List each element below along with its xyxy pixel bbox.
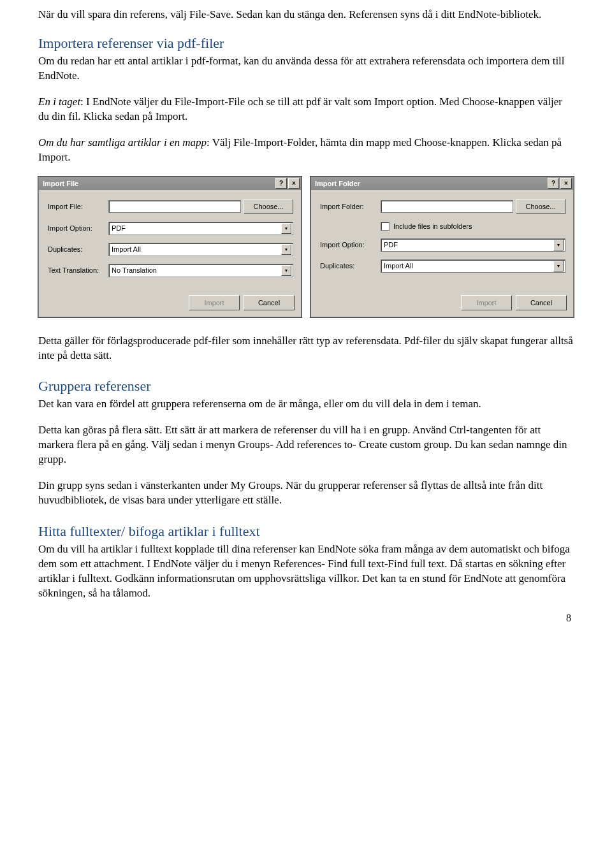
- import-folder-option-dropdown[interactable]: PDF ▾: [381, 238, 565, 252]
- import-file-titlebar: Import File ? ×: [39, 177, 301, 190]
- p4-emphasis: Om du har samtliga artiklar i en mapp: [38, 136, 207, 148]
- paragraph-p3: En i taget: I EndNote väljer du File-Imp…: [38, 95, 574, 124]
- p3-emphasis: En i taget: [38, 96, 80, 108]
- import-file-title: Import File: [43, 180, 274, 187]
- p3-rest: : I EndNote väljer du File-Import-File o…: [38, 96, 562, 122]
- choose-file-button[interactable]: Choose...: [244, 199, 293, 214]
- import-file-label-trans: Text Translation:: [48, 266, 108, 274]
- import-file-cancel-button[interactable]: Cancel: [244, 295, 295, 310]
- help-button[interactable]: ?: [275, 178, 287, 189]
- import-file-dup-dropdown[interactable]: Import All ▾: [108, 243, 293, 256]
- import-folder-title: Import Folder: [315, 180, 546, 187]
- chevron-down-icon: ▾: [553, 240, 564, 250]
- chevron-down-icon: ▾: [281, 223, 291, 234]
- import-file-option-value: PDF: [112, 224, 281, 232]
- import-file-option-dropdown[interactable]: PDF ▾: [108, 222, 293, 235]
- import-file-dialog: Import File ? × Import File: Choose... I…: [38, 177, 302, 317]
- import-file-input[interactable]: [108, 200, 241, 213]
- import-file-label-option: Import Option:: [48, 224, 108, 232]
- import-file-label-file: Import File:: [48, 203, 108, 210]
- import-folder-option-value: PDF: [384, 241, 553, 249]
- heading-import-pdf: Importera referenser via pdf-filer: [38, 35, 574, 52]
- paragraph-p8: Din grupp syns sedan i vänsterkanten und…: [38, 479, 574, 508]
- heading-gruppera: Gruppera referenser: [38, 378, 574, 394]
- import-file-button-row: Import Cancel: [39, 291, 301, 317]
- subfolders-checkbox[interactable]: [381, 222, 390, 231]
- intro-paragraph: När du vill spara din referens, välj Fil…: [38, 8, 574, 22]
- import-file-label-dup: Duplicates:: [48, 245, 108, 253]
- paragraph-p7: Detta kan göras på flera sätt. Ett sätt …: [38, 423, 574, 467]
- import-folder-dup-dropdown[interactable]: Import All ▾: [381, 259, 565, 273]
- import-folder-body: Import Folder: Choose... Include files i…: [311, 190, 573, 291]
- chevron-down-icon: ▾: [281, 265, 291, 276]
- import-folder-input[interactable]: [381, 200, 513, 213]
- subfolders-label: Include files in subfolders: [393, 222, 472, 230]
- import-file-trans-value: No Translation: [112, 266, 281, 274]
- chevron-down-icon: ▾: [553, 261, 564, 271]
- close-button[interactable]: ×: [288, 178, 300, 189]
- subfolders-row: Include files in subfolders: [320, 222, 565, 231]
- paragraph-p6: Det kan vara en fördel att gruppera refe…: [38, 397, 574, 412]
- import-file-import-button[interactable]: Import: [189, 295, 240, 310]
- import-folder-label-folder: Import Folder:: [320, 203, 381, 210]
- import-folder-cancel-button[interactable]: Cancel: [516, 295, 567, 310]
- paragraph-p5: Detta gäller för förlagsproducerade pdf-…: [38, 334, 574, 363]
- import-file-body: Import File: Choose... Import Option: PD…: [39, 190, 301, 291]
- paragraph-p2: Om du redan har ett antal artiklar i pdf…: [38, 54, 574, 83]
- paragraph-p4: Om du har samtliga artiklar i en mapp: V…: [38, 136, 574, 165]
- paragraph-p9: Om du vill ha artiklar i fulltext koppla…: [38, 542, 574, 601]
- chevron-down-icon: ▾: [281, 244, 291, 255]
- import-folder-dialog: Import Folder ? × Import Folder: Choose.…: [310, 177, 574, 317]
- close-button[interactable]: ×: [560, 178, 572, 189]
- import-folder-titlebar: Import Folder ? ×: [311, 177, 573, 190]
- import-folder-label-dup: Duplicates:: [320, 262, 381, 270]
- heading-fulltexter: Hitta fulltexter/ bifoga artiklar i full…: [38, 523, 574, 540]
- import-folder-label-option: Import Option:: [320, 241, 381, 249]
- import-folder-dup-value: Import All: [384, 262, 553, 270]
- page-number: 8: [38, 612, 574, 624]
- import-file-trans-dropdown[interactable]: No Translation ▾: [108, 264, 293, 277]
- import-folder-button-row: Import Cancel: [311, 291, 573, 317]
- dialog-screenshots-row: Import File ? × Import File: Choose... I…: [38, 177, 574, 317]
- import-folder-import-button[interactable]: Import: [461, 295, 512, 310]
- choose-folder-button[interactable]: Choose...: [516, 199, 565, 214]
- import-file-dup-value: Import All: [112, 245, 281, 253]
- help-button[interactable]: ?: [548, 178, 559, 189]
